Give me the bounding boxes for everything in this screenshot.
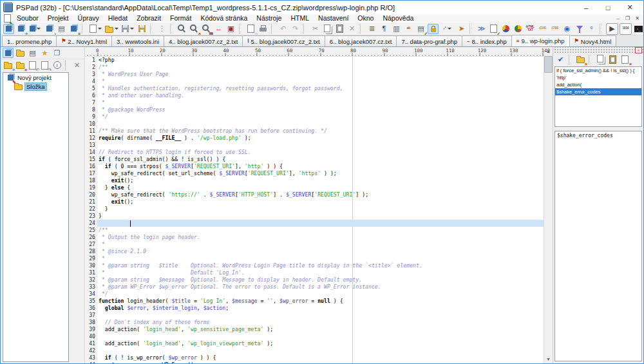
menu-form-t[interactable]: Formát bbox=[166, 14, 196, 23]
chart-wizard-icon[interactable] bbox=[500, 24, 511, 34]
tab-9-wp-login-php[interactable]: =9.. wp-login.php bbox=[511, 35, 570, 46]
close-button[interactable]: ✕ bbox=[619, 1, 641, 14]
project-settings-icon[interactable]: ✕ bbox=[71, 60, 82, 70]
html-check-icon[interactable]: ✓ bbox=[488, 24, 499, 34]
clipboard-preview[interactable]: $shake_error_codes bbox=[554, 131, 642, 361]
number-converter-icon[interactable]: 1010 bbox=[620, 23, 632, 35]
print-preview-icon[interactable]: ○ bbox=[245, 24, 256, 34]
panel-files-icon[interactable] bbox=[15, 48, 26, 58]
menu--pravy[interactable]: Úpravy bbox=[73, 14, 104, 23]
panel-windows-icon[interactable]: ❐ bbox=[52, 48, 62, 58]
special-chars-icon[interactable]: „“ bbox=[440, 24, 455, 34]
tab-8-index-php[interactable]: –8.. index.php bbox=[462, 35, 512, 46]
clip-item[interactable]: 'http' bbox=[555, 74, 641, 81]
mdi-minimize-button[interactable]: – bbox=[613, 15, 623, 21]
show-formatting-icon[interactable]: ¶ bbox=[379, 24, 390, 34]
html-to-text-icon[interactable]: HTML TXT bbox=[525, 24, 536, 34]
todo-list-icon[interactable]: ▤✓ bbox=[415, 24, 426, 34]
tab-3-wwwtools-ini[interactable]: 3.. wwwtools.ini bbox=[111, 35, 164, 46]
undo-icon[interactable]: ↶ bbox=[278, 24, 289, 34]
project-remove-icon[interactable]: × bbox=[15, 60, 26, 70]
panel-project-icon[interactable] bbox=[3, 48, 14, 58]
code-browser-icon[interactable]: ▣ bbox=[225, 24, 236, 34]
filter-icon[interactable] bbox=[574, 24, 585, 34]
close-project-icon[interactable]: × bbox=[68, 24, 79, 34]
mdi-close-button[interactable]: ✕ bbox=[632, 15, 642, 21]
project-ini-icon[interactable]: ▤ bbox=[56, 24, 67, 34]
panel-ini-icon[interactable]: ▤ bbox=[27, 48, 38, 58]
tab-1-promene-php[interactable]: 1.. promene.php bbox=[2, 35, 57, 46]
mdi-restore-button[interactable]: ❐ bbox=[623, 15, 632, 21]
scroll-down-icon[interactable]: ▼ bbox=[544, 355, 553, 363]
tab-6-blog-jacek007-cz-txt[interactable]: 6.. blog.jacek007.cz.txt bbox=[325, 35, 397, 46]
chart-wizard-2-icon[interactable] bbox=[513, 24, 524, 34]
menu-hledat[interactable]: Hledat bbox=[104, 14, 132, 23]
browser-preview-icon[interactable]: ◉ bbox=[562, 24, 573, 34]
project-info-icon[interactable]: i bbox=[52, 60, 62, 70]
tab-2-novy1-html[interactable]: ⚑2.. Novy1.html bbox=[56, 35, 112, 46]
scrollbar-thumb[interactable] bbox=[544, 56, 553, 73]
minimize-button[interactable]: – bbox=[575, 1, 597, 14]
command-line-icon[interactable]: ›_ bbox=[633, 24, 643, 34]
menu-html[interactable]: HTML bbox=[286, 14, 314, 23]
open-file-icon[interactable] bbox=[104, 24, 119, 34]
menu-projekt[interactable]: Projekt bbox=[43, 14, 73, 23]
menu-zobrazit[interactable]: Zobrazit bbox=[132, 14, 166, 23]
redo-icon[interactable]: ↷ bbox=[290, 24, 301, 34]
tag-chg-icon[interactable]: ‹CHG bbox=[537, 24, 548, 34]
move-down-icon[interactable]: ↷ bbox=[39, 60, 50, 70]
clip-copy-icon[interactable] bbox=[595, 54, 606, 64]
new-project-icon[interactable] bbox=[3, 24, 14, 34]
clip-item[interactable]: add_action( bbox=[555, 81, 641, 88]
project-add-folder-icon[interactable]: + bbox=[3, 60, 14, 70]
clip-delete-icon[interactable]: × bbox=[575, 54, 586, 64]
tab-5-blog-jacek007-cz-2-txt[interactable]: Ī5.. blog.jacek007.cz_2.txt bbox=[242, 35, 325, 46]
panel-drag-handle[interactable]: ✕ bbox=[553, 47, 643, 53]
cut-icon[interactable]: ✂ bbox=[310, 24, 321, 34]
move-up-icon[interactable]: ↶ bbox=[27, 60, 38, 70]
tab-7-data-pro-graf-php[interactable]: 7.. data-pro-graf.php bbox=[396, 35, 462, 46]
goto-line-icon[interactable]: ↔ bbox=[213, 24, 224, 34]
code-explorer-icon[interactable]: ▥ bbox=[391, 24, 402, 34]
copy-icon[interactable] bbox=[322, 24, 333, 34]
run-script-icon[interactable]: ▶ bbox=[606, 23, 618, 35]
clip-item[interactable]: $shake_error_codes bbox=[555, 88, 641, 95]
tree-item-project[interactable]: ✎ Nový projekt bbox=[3, 73, 68, 82]
clip-accept-icon[interactable]: ✔ bbox=[555, 54, 566, 64]
reformat-icon[interactable]: ≣ bbox=[366, 24, 377, 34]
menu-soubor[interactable]: Soubor bbox=[12, 14, 43, 23]
tab-novy4-html[interactable]: ⚑Novy4.html bbox=[569, 35, 617, 46]
panel-favorites-icon[interactable]: ★ bbox=[39, 48, 50, 58]
maximize-button[interactable]: □ bbox=[597, 1, 619, 14]
vertical-scrollbar[interactable]: ▲ ▼ bbox=[544, 47, 553, 363]
delete-icon[interactable]: ✕ bbox=[346, 24, 357, 34]
code-editor[interactable]: 1<?php2/**3 * WordPress User Page4 *5 * … bbox=[85, 57, 544, 363]
indent-block-icon[interactable]: ≫ bbox=[476, 24, 487, 34]
open-project-icon[interactable] bbox=[28, 24, 43, 34]
menu-k-dov-str-nka[interactable]: Kódová stránka bbox=[196, 14, 252, 23]
search-icon[interactable] bbox=[176, 24, 187, 34]
project-add-file-icon[interactable]: + bbox=[15, 24, 26, 34]
print-icon[interactable] bbox=[258, 24, 269, 34]
file-browser-icon[interactable]: ⋮ bbox=[156, 24, 167, 34]
panel-menu-icon[interactable]: ✕ bbox=[635, 47, 642, 53]
menu-nastaven-[interactable]: Nastavení bbox=[314, 14, 353, 23]
read-only-lock-icon[interactable] bbox=[428, 24, 439, 34]
new-file-icon[interactable] bbox=[88, 24, 103, 34]
tag-css-icon[interactable]: ‹CSS bbox=[549, 24, 560, 34]
search-replace-icon[interactable]: a bbox=[189, 24, 200, 34]
save-file-icon[interactable] bbox=[120, 24, 135, 34]
tab-4-blog-jacek007-cz-2-txt[interactable]: 4.. blog.jacek007.cz_2.txt bbox=[164, 35, 243, 46]
save-project-icon[interactable]: ▪ bbox=[44, 24, 55, 34]
clip-paste-icon[interactable] bbox=[607, 54, 618, 64]
clip-clear-icon[interactable]: × bbox=[620, 54, 630, 64]
save-all-icon[interactable] bbox=[137, 24, 147, 34]
paste-icon[interactable] bbox=[334, 24, 345, 34]
menu-n-pov-da[interactable]: Nápověda bbox=[378, 14, 418, 23]
spell-check-icon[interactable]: ab bbox=[403, 24, 414, 34]
search-in-files-icon[interactable]: ▤ bbox=[201, 24, 212, 34]
google-search-icon[interactable]: G bbox=[586, 24, 597, 34]
pin-file-icon[interactable]: ➤ bbox=[456, 24, 467, 34]
menu-okno[interactable]: Okno bbox=[353, 14, 378, 23]
clip-item[interactable]: if ( force_ssl_admin() && ! is_ssl() ) { bbox=[555, 67, 641, 74]
